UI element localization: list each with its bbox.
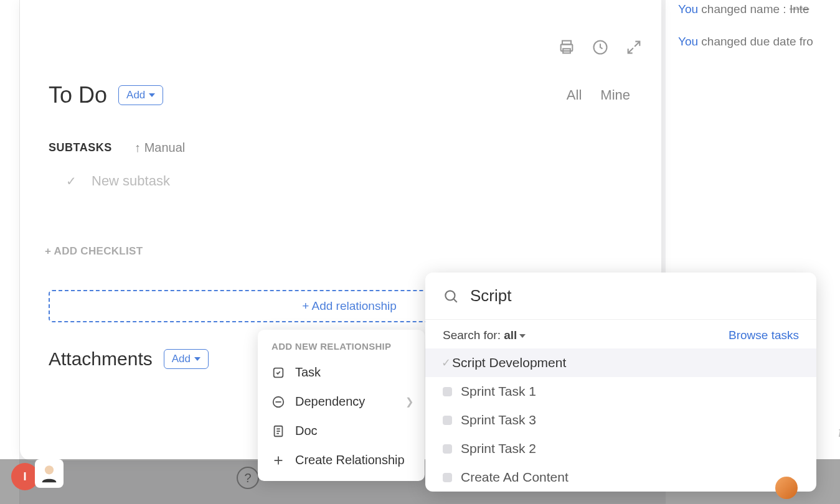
user-avatar-small[interactable] [775,477,798,499]
search-result[interactable]: Create Ad Content [425,463,816,492]
rel-item-label: Dependency [295,394,365,409]
attachments-add-label: Add [172,353,191,365]
filter-mine[interactable]: Mine [600,87,630,103]
badge-letter: I [23,470,26,483]
new-subtask-input[interactable] [92,173,341,189]
rel-menu-item-task[interactable]: Task [258,358,425,387]
new-subtask-row: ✓ [66,173,341,189]
activity-actor: You [678,2,698,16]
question-icon: ? [244,471,251,485]
search-result-label: Create Ad Content [461,470,569,485]
panel-top-actions [558,39,643,56]
attachments-title: Attachments [49,348,153,370]
sort-arrow-icon: ↑ [134,141,141,155]
rel-item-label: Doc [295,424,318,438]
print-icon[interactable] [558,39,575,56]
activity-entry: You changed due date fro [678,35,840,49]
task-search-popover: Search for: all Browse tasks Script Deve… [425,273,816,492]
task-add-button[interactable]: Add [118,85,163,105]
search-result-label: Sprint Task 3 [461,413,536,427]
svg-point-15 [45,465,54,474]
rel-item-label: Task [295,365,321,380]
filter-all[interactable]: All [567,87,582,103]
left-rail-hint [0,0,20,504]
search-result-label: Sprint Task 2 [461,441,536,456]
status-square-icon [443,387,452,396]
avatar-face-icon [39,463,60,484]
search-result[interactable]: Sprint Task 1 [425,377,816,406]
search-result-label: Sprint Task 1 [461,384,536,399]
history-icon[interactable] [592,39,609,56]
sort-mode-label: Manual [144,141,186,155]
browse-tasks-link[interactable]: Browse tasks [729,329,799,342]
status-square-icon [443,473,452,482]
search-result[interactable]: Script Development [425,348,816,377]
search-scope-value: all [504,329,526,342]
attachments-add-button[interactable]: Add [164,349,209,369]
activity-filter-tabs: All Mine [567,87,630,103]
rel-menu-item-create[interactable]: Create Relationship [258,446,425,475]
svg-point-13 [445,291,455,300]
rel-item-label: Create Relationship [295,453,405,467]
search-scope[interactable]: Search for: all [443,329,526,342]
add-checklist-button[interactable]: + ADD CHECKLIST [45,245,143,258]
status-square-icon [443,444,452,454]
rel-menu-item-doc[interactable]: Doc [258,416,425,446]
relationship-menu: ADD NEW RELATIONSHIP Task Dependency ❯ D… [258,330,425,481]
activity-text: changed name : [698,2,790,16]
task-search-input[interactable] [470,286,799,306]
status-square-icon [443,416,452,425]
check-icon: ✓ [66,174,77,189]
activity-entry: You changed name : Inte [678,2,840,16]
chevron-right-icon: ❯ [405,396,413,408]
attachments-header: Attachments Add [49,348,209,370]
plus-icon [271,454,285,467]
search-meta-row: Search for: all Browse tasks [425,320,816,348]
dependency-icon [271,395,285,409]
task-title-row: To Do Add [49,82,163,108]
activity-old-value: Inte [790,2,809,16]
avatar[interactable] [35,459,64,488]
svg-line-14 [453,299,456,302]
search-input-row [425,273,816,320]
search-icon [443,288,459,304]
task-icon [271,366,285,380]
activity-text: changed due date fro [698,35,813,48]
subtasks-header: SUBTASKS ↑ Manual [49,141,185,155]
task-title[interactable]: To Do [49,82,107,108]
help-button[interactable]: ? [237,467,259,489]
activity-actor: You [678,35,698,48]
search-result[interactable]: Sprint Task 3 [425,406,816,434]
search-result[interactable]: Sprint Task 2 [425,434,816,463]
doc-icon [271,424,285,438]
search-result-label: Script Development [452,355,566,370]
task-add-label: Add [126,89,145,101]
relationship-menu-header: ADD NEW RELATIONSHIP [258,341,425,358]
rel-menu-item-dependency[interactable]: Dependency ❯ [258,387,425,416]
subtasks-label: SUBTASKS [49,141,112,154]
expand-icon[interactable] [625,39,643,56]
add-relationship-label: + Add relationship [302,299,397,313]
search-for-label: Search for: [443,329,504,342]
subtasks-sort-button[interactable]: ↑ Manual [134,141,186,155]
